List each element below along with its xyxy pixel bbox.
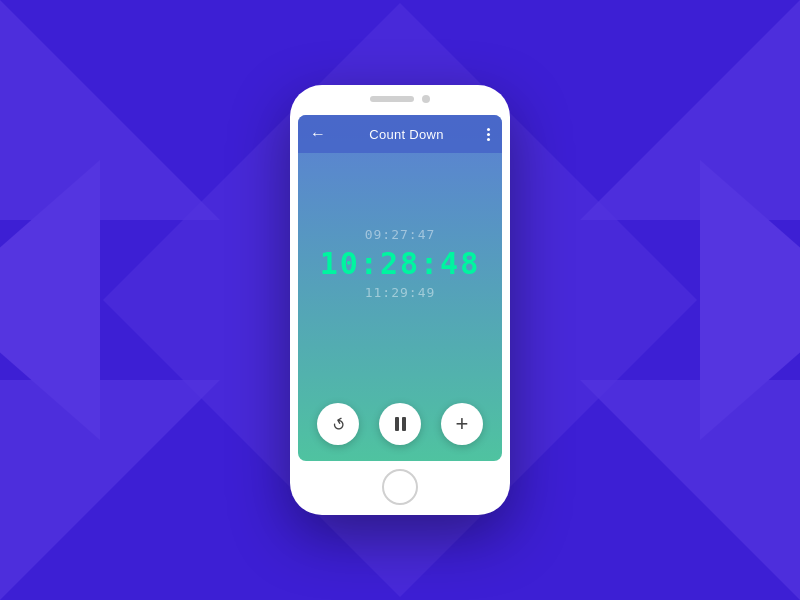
- pause-button[interactable]: [379, 403, 421, 445]
- dot-2: [487, 133, 490, 136]
- reset-button[interactable]: ↺: [317, 403, 359, 445]
- add-icon: +: [456, 413, 469, 435]
- reset-icon: ↺: [328, 413, 349, 436]
- back-button[interactable]: ←: [310, 125, 326, 143]
- phone-top-bar: [370, 95, 430, 103]
- timer-area: 09:27:47 10:28:48 11:29:49: [298, 153, 502, 393]
- more-button[interactable]: [487, 128, 490, 141]
- pause-bar-right: [402, 417, 406, 431]
- phone-device: ← Count Down 09:27:47 10:28:48 11:29:49 …: [290, 85, 510, 515]
- add-button[interactable]: +: [441, 403, 483, 445]
- tri-top-right: [580, 0, 800, 220]
- phone-camera: [422, 95, 430, 103]
- tri-bottom-right: [580, 380, 800, 600]
- dot-3: [487, 138, 490, 141]
- pause-icon: [395, 417, 406, 431]
- phone-screen: ← Count Down 09:27:47 10:28:48 11:29:49 …: [298, 115, 502, 461]
- pause-bar-left: [395, 417, 399, 431]
- dot-1: [487, 128, 490, 131]
- tri-bottom-left: [0, 380, 220, 600]
- app-bar: ← Count Down: [298, 115, 502, 153]
- phone-home-button[interactable]: [382, 469, 418, 505]
- controls-bar: ↺ +: [298, 393, 502, 461]
- time-previous: 09:27:47: [365, 227, 436, 242]
- time-next: 11:29:49: [365, 285, 436, 300]
- phone-speaker: [370, 96, 414, 102]
- tri-top-left: [0, 0, 220, 220]
- app-title: Count Down: [369, 127, 444, 142]
- time-current: 10:28:48: [320, 246, 481, 281]
